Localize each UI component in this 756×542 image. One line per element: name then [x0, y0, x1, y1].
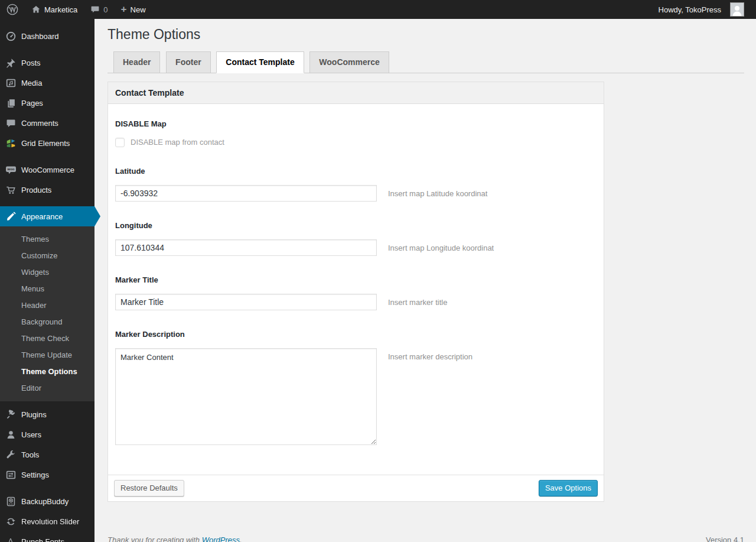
plus-icon: + [121, 4, 127, 14]
svg-text:woo: woo [6, 167, 14, 171]
comments-bubble-icon [90, 5, 100, 14]
contact-template-panel: Contact Template DISABLE Map DISABLE map… [107, 82, 604, 502]
howdy-text: Howdy, TokoPress [659, 5, 726, 14]
latitude-input[interactable] [115, 185, 377, 202]
sidebar-item-label: Comments [21, 119, 58, 128]
paintbrush-icon [0, 212, 21, 222]
comments-menu[interactable]: 0 [84, 0, 114, 19]
marker-description-textarea[interactable]: Marker Content [115, 348, 377, 445]
marker-description-help: Insert marker description [388, 348, 472, 361]
submenu-item-menus[interactable]: Menus [0, 280, 94, 297]
sidebar-item-label: Users [21, 430, 41, 439]
latitude-help: Insert map Latitude koordinat [388, 185, 487, 198]
disable-map-checkbox-label: DISABLE map from contact [131, 138, 224, 147]
sidebar-item-settings[interactable]: Settings [0, 465, 94, 485]
submenu-item-theme-update[interactable]: Theme Update [0, 346, 94, 363]
media-icon [0, 78, 21, 88]
panel-body: DISABLE Map DISABLE map from contact Lat… [108, 104, 604, 475]
submenu-item-editor[interactable]: Editor [0, 379, 94, 396]
wordpress-link[interactable]: WordPress [202, 535, 240, 542]
submenu-item-theme-check[interactable]: Theme Check [0, 330, 94, 346]
users-icon [0, 430, 21, 440]
sidebar-item-label: Settings [21, 470, 49, 479]
main-content: Theme Options Header Footer Contact Temp… [94, 0, 756, 542]
footer-thanks-suffix: . [240, 535, 242, 542]
version-text: Version 4.1 [706, 535, 744, 542]
tab-contact-template[interactable]: Contact Template [216, 51, 304, 73]
longitude-input[interactable] [115, 239, 377, 256]
marker-title-field: Marker Title Insert marker title [115, 275, 597, 310]
wordpress-logo-icon [6, 4, 18, 15]
sidebar-item-label: WooCommerce [21, 165, 74, 174]
sidebar-item-comments[interactable]: Comments [0, 113, 94, 133]
sidebar-item-label: Pages [21, 99, 43, 108]
tools-icon [0, 450, 21, 460]
panel-footer: Restore Defaults Save Options [108, 475, 604, 501]
avatar [730, 2, 744, 17]
plugin-icon [0, 410, 21, 420]
wordpress-logo-menu[interactable] [0, 0, 25, 19]
sidebar-item-plugins[interactable]: Plugins [0, 404, 94, 424]
tab-footer[interactable]: Footer [166, 51, 211, 73]
submenu-item-theme-options[interactable]: Theme Options [0, 363, 94, 379]
backupbuddy-icon [0, 496, 21, 507]
sidebar-item-label: Punch Fonts [21, 537, 64, 542]
sidebar-item-label: Dashboard [21, 32, 59, 41]
tab-bar: Header Footer Contact Template WooCommer… [107, 51, 744, 73]
footer-thanks-prefix: Thank you for creating with [107, 535, 202, 542]
sidebar-item-revolution-slider[interactable]: Revolution Slider [0, 511, 94, 531]
save-options-button[interactable]: Save Options [539, 480, 598, 496]
sidebar-item-products[interactable]: Products [0, 180, 94, 200]
site-name: Marketica [44, 5, 77, 14]
submenu-item-themes[interactable]: Themes [0, 231, 94, 247]
new-content-menu[interactable]: + New [115, 0, 152, 19]
woocommerce-icon: woo [0, 165, 21, 175]
marker-description-field: Marker Description Marker Content Insert… [115, 330, 597, 445]
sidebar-item-tools[interactable]: Tools [0, 444, 94, 465]
sidebar-item-label: Media [21, 79, 42, 87]
sidebar-item-dashboard[interactable]: Dashboard [0, 26, 94, 46]
restore-defaults-button[interactable]: Restore Defaults [114, 480, 184, 496]
punch-fonts-icon: A [0, 537, 21, 542]
sidebar-item-punch-fonts[interactable]: A Punch Fonts [0, 531, 94, 542]
latitude-label: Latitude [115, 167, 597, 176]
submenu-item-widgets[interactable]: Widgets [0, 264, 94, 280]
site-name-menu[interactable]: Marketica [25, 0, 84, 19]
account-menu[interactable]: Howdy, TokoPress [652, 0, 756, 19]
comment-count: 0 [103, 5, 107, 14]
admin-bar: Marketica 0 + New Howdy, TokoPress [0, 0, 756, 19]
dashboard-icon [0, 31, 21, 41]
sidebar-item-appearance[interactable]: Appearance [0, 206, 94, 226]
page-title: Theme Options [107, 19, 744, 45]
sidebar-item-label: Posts [21, 59, 41, 67]
submenu-item-customize[interactable]: Customize [0, 247, 94, 264]
longitude-field: Longitude Insert map Longitude koordinat [115, 221, 597, 256]
sidebar-item-woocommerce[interactable]: woo WooCommerce [0, 160, 94, 180]
disable-map-field: DISABLE Map DISABLE map from contact [115, 119, 597, 147]
tab-header[interactable]: Header [113, 51, 160, 73]
comment-icon [0, 118, 21, 128]
longitude-label: Longitude [115, 221, 597, 230]
sidebar-item-media[interactable]: Media [0, 73, 94, 93]
revolution-slider-icon [0, 517, 21, 527]
home-icon [31, 5, 41, 14]
footer-thanks: Thank you for creating with WordPress. [107, 535, 242, 542]
submenu-item-header[interactable]: Header [0, 297, 94, 313]
disable-map-checkbox[interactable] [115, 138, 125, 147]
sidebar-item-backupbuddy[interactable]: BackupBuddy [0, 491, 94, 511]
tab-woocommerce[interactable]: WooCommerce [309, 51, 389, 73]
marker-title-input[interactable] [115, 294, 377, 310]
grid-elements-icon [0, 138, 21, 148]
sidebar-item-label: Products [21, 186, 51, 194]
sidebar-item-posts[interactable]: Posts [0, 53, 94, 73]
sidebar-item-grid-elements[interactable]: Grid Elements [0, 133, 94, 153]
submenu-item-background[interactable]: Background [0, 313, 94, 330]
cart-icon [0, 185, 21, 195]
admin-sidebar: Dashboard Posts Media Pages [0, 19, 94, 542]
sidebar-item-label: Revolution Slider [21, 517, 79, 526]
marker-description-label: Marker Description [115, 330, 597, 339]
sidebar-item-pages[interactable]: Pages [0, 93, 94, 113]
latitude-field: Latitude Insert map Latitude koordinat [115, 167, 597, 202]
sidebar-item-users[interactable]: Users [0, 424, 94, 444]
sidebar-item-label: Appearance [21, 212, 63, 221]
